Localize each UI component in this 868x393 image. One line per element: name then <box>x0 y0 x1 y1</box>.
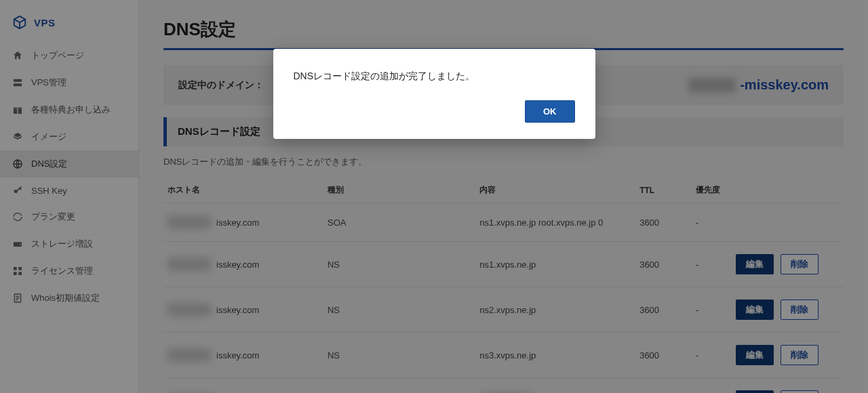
dialog-message: DNSレコード設定の追加が完了しました。 <box>294 70 575 83</box>
modal-overlay[interactable]: DNSレコード設定の追加が完了しました。 OK <box>0 0 868 393</box>
dialog-ok-button[interactable]: OK <box>525 100 575 123</box>
dialog: DNSレコード設定の追加が完了しました。 OK <box>273 49 595 139</box>
